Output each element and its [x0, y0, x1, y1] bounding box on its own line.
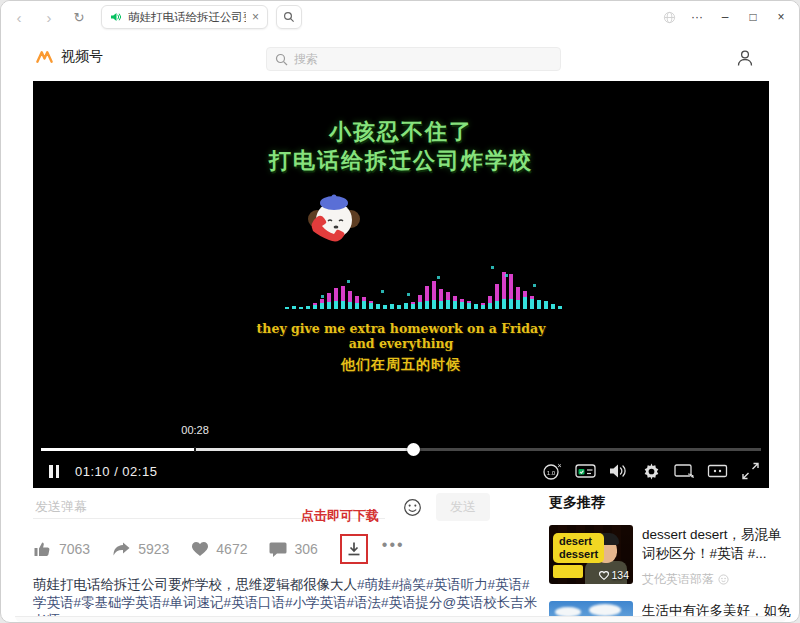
- share-count: 5923: [138, 541, 169, 557]
- heart-icon: [191, 541, 209, 557]
- comment-count: 306: [294, 541, 317, 557]
- browser-tab[interactable]: 萌娃打电话给拆迁公司要炸学… ×: [101, 5, 268, 29]
- thumbnail-like-overlay: 134: [599, 569, 629, 581]
- tab-close-icon[interactable]: ×: [252, 11, 259, 23]
- thumbnail-word-tags: desert dessert: [553, 533, 604, 563]
- globe-icon[interactable]: [657, 5, 681, 29]
- like-count: 7063: [59, 541, 90, 557]
- progress-knob[interactable]: [407, 443, 420, 456]
- progress-bar[interactable]: [41, 443, 761, 455]
- maximize-button[interactable]: □: [741, 5, 765, 29]
- player-controls: 01:10 / 02:15 1.0 ×: [41, 458, 761, 484]
- channels-logo-icon: [35, 49, 54, 65]
- recommendation-title-1[interactable]: dessert desert，易混单词秒区分！#英语 #...: [642, 525, 791, 563]
- pause-button[interactable]: [49, 465, 59, 478]
- svg-text:1.0: 1.0: [547, 469, 556, 476]
- fullscreen-icon[interactable]: [739, 461, 761, 481]
- tab-title: 萌娃打电话给拆迁公司要炸学…: [128, 10, 246, 25]
- description-text: 萌娃打电话给拆迁公司要炸学校，思维逻辑都很像大人: [33, 577, 357, 592]
- back-button[interactable]: ‹: [7, 5, 31, 29]
- favorite-count: 4672: [216, 541, 247, 557]
- browser-menu-button[interactable]: ···: [685, 5, 709, 29]
- audio-visualizer: [285, 239, 565, 309]
- forward-button[interactable]: ›: [37, 5, 61, 29]
- comment-bubble-icon: [269, 541, 287, 558]
- thumbnail-yellow-badge: [553, 565, 583, 578]
- tab-audio-icon: [110, 11, 122, 23]
- subtitle-zh: 他们在周五的时候: [33, 356, 769, 374]
- progress-hover-marker: [194, 447, 196, 452]
- window-bottom-edge: [15, 616, 787, 622]
- share-button[interactable]: 5923: [112, 541, 169, 558]
- browser-window: ‹ › ↻ 萌娃打电话给拆迁公司要炸学… × ··· – □ ×: [0, 0, 800, 623]
- video-player[interactable]: 小孩忍不住了 打电话给拆迁公司炸学校 they give me extra ho…: [33, 81, 769, 488]
- danmaku-row: 发送 点击即可下载: [33, 494, 538, 520]
- profile-avatar-icon[interactable]: [735, 48, 755, 68]
- progress-hover: [41, 448, 195, 451]
- theater-mode-icon[interactable]: [706, 461, 728, 481]
- recommendations-sidebar: 更多推荐 desert dessert 134 dessert desert，易…: [549, 494, 791, 623]
- window-controls: ··· – □ ×: [657, 1, 793, 33]
- search-icon: [275, 53, 288, 66]
- channels-brand[interactable]: 视频号: [35, 48, 103, 66]
- like-button[interactable]: 7063: [33, 540, 90, 558]
- subtitles: they give me extra homework on a Friday …: [33, 321, 769, 374]
- recommendation-item-1[interactable]: desert dessert 134 dessert desert，易混单词秒区…: [549, 525, 791, 588]
- author-emoji-icon: [718, 574, 729, 585]
- site-header: 视频号: [1, 39, 799, 79]
- progress-tooltip: 00:28: [181, 424, 209, 436]
- recommendations-heading: 更多推荐: [549, 494, 791, 512]
- send-danmaku-button[interactable]: 发送: [436, 493, 490, 521]
- subtitle-en-line1: they give me extra homework on a Friday: [33, 321, 769, 336]
- favorite-button[interactable]: 4672: [191, 541, 247, 557]
- actions-row: 7063 5923 4672 306: [33, 532, 538, 566]
- settings-gear-icon[interactable]: [640, 461, 662, 481]
- search-input[interactable]: [294, 52, 552, 66]
- emoji-icon[interactable]: [403, 498, 422, 517]
- download-button[interactable]: [340, 534, 368, 564]
- address-search-button[interactable]: [276, 5, 302, 29]
- header-search-box[interactable]: [266, 47, 561, 71]
- video-info-column: 发送 点击即可下载 7063 5923 4672: [33, 494, 538, 623]
- more-actions-button[interactable]: •••: [382, 542, 405, 556]
- browser-toolbar: ‹ › ↻ 萌娃打电话给拆迁公司要炸学… × ··· – □ ×: [1, 1, 799, 33]
- minimize-button[interactable]: –: [713, 5, 737, 29]
- thumbs-up-icon: [33, 540, 52, 558]
- playback-speed-button[interactable]: 1.0 ×: [541, 461, 563, 481]
- download-hint-annotation: 点击即可下载: [301, 507, 379, 525]
- reload-button[interactable]: ↻: [67, 5, 91, 29]
- recommendation-thumbnail-1[interactable]: desert dessert 134: [549, 525, 633, 584]
- recommendation-author-1[interactable]: 艾伦英语部落: [642, 571, 791, 588]
- time-display: 01:10 / 02:15: [75, 464, 157, 479]
- close-window-button[interactable]: ×: [769, 5, 793, 29]
- svg-text:×: ×: [557, 462, 561, 469]
- pip-icon[interactable]: [673, 461, 695, 481]
- subtitle-en-line2: and everything: [33, 336, 769, 351]
- danmaku-toggle-icon[interactable]: [574, 461, 596, 481]
- comment-button[interactable]: 306: [269, 541, 317, 558]
- brand-name: 视频号: [61, 48, 103, 66]
- volume-icon[interactable]: [607, 461, 629, 481]
- video-overlay-title: 小孩忍不住了 打电话给拆迁公司炸学校: [33, 117, 769, 175]
- share-arrow-icon: [112, 541, 131, 558]
